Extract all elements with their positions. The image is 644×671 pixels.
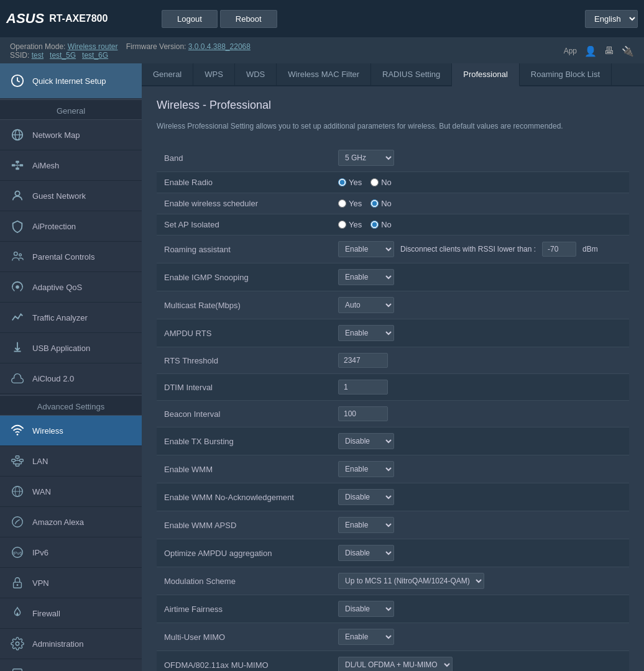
setting-select[interactable]: EnableDisable: [338, 629, 394, 645]
radio-option[interactable]: Yes: [338, 178, 362, 187]
setting-select[interactable]: EnableDisable: [338, 461, 394, 477]
tab-wds[interactable]: WDS: [235, 63, 277, 85]
sidebar-item-vpn[interactable]: VPN: [0, 568, 142, 598]
svg-rect-17: [16, 456, 19, 459]
header: ASUS RT-AXE7800 Logout Reboot English: [0, 0, 644, 39]
setting-control[interactable]: Auto125.56911121824364854: [331, 291, 629, 319]
setting-control[interactable]: DisableEnable: [331, 483, 629, 511]
sidebar-item-lan[interactable]: LAN: [0, 446, 142, 477]
setting-select[interactable]: Up to MCS 11 (NitroQAM/1024-QAM)Up to MC…: [338, 573, 484, 589]
settings-row: Enable TX BurstingDisableEnable: [157, 427, 629, 455]
sidebar-item-parental-controls[interactable]: Parental Controls: [0, 242, 142, 272]
sidebar-item-aimesh[interactable]: AiMesh: [0, 150, 142, 181]
sidebar-item-network-map[interactable]: Network Map: [0, 120, 142, 150]
sidebar-item-quick-internet-setup[interactable]: Quick Internet Setup: [0, 63, 142, 98]
ssid-2g[interactable]: test: [32, 51, 44, 60]
person-icon[interactable]: 👤: [584, 45, 597, 57]
setting-control[interactable]: DisableEnable: [331, 595, 629, 623]
tab-wps[interactable]: WPS: [193, 63, 235, 85]
setting-select[interactable]: 2.4 GHz5 GHz6 GHz: [338, 150, 394, 166]
setting-control[interactable]: EnableDisableDisconnect clients with RSS…: [331, 235, 629, 263]
firmware-label: Firmware Version:: [126, 42, 186, 51]
system-log-icon: [9, 665, 26, 671]
sidebar-item-aicloud[interactable]: AiCloud 2.0: [0, 363, 142, 394]
setting-control[interactable]: [331, 374, 629, 401]
setting-control[interactable]: YesNo: [331, 214, 629, 235]
setting-control[interactable]: EnableDisable: [331, 623, 629, 651]
sidebar-item-aiprotection[interactable]: AiProtection: [0, 211, 142, 242]
radio-option[interactable]: No: [370, 199, 392, 208]
quick-setup-icon: [9, 72, 26, 89]
setting-input[interactable]: [338, 406, 388, 421]
setting-control[interactable]: [331, 401, 629, 427]
setting-input[interactable]: [338, 380, 388, 395]
language-selector[interactable]: English: [585, 10, 638, 28]
svg-text:IPv6: IPv6: [13, 550, 22, 556]
setting-control[interactable]: EnableDisable: [331, 263, 629, 291]
setting-label: Enable WMM No-Acknowledgement: [157, 483, 331, 511]
tab-wireless-mac-filter[interactable]: Wireless MAC Filter: [277, 63, 371, 85]
setting-control[interactable]: Up to MCS 11 (NitroQAM/1024-QAM)Up to MC…: [331, 567, 629, 595]
language-select[interactable]: English: [585, 10, 638, 28]
setting-select[interactable]: DisableEnable: [338, 545, 394, 561]
sidebar-item-ipv6[interactable]: IPv6 IPv6: [0, 537, 142, 568]
setting-control[interactable]: DisableEnable: [331, 427, 629, 455]
tab-professional[interactable]: Professional: [452, 63, 520, 86]
usb-application-label: USB Application: [32, 344, 90, 353]
setting-control[interactable]: EnableDisable: [331, 511, 629, 539]
roaming-enable-select[interactable]: EnableDisable: [338, 241, 394, 257]
radio-option[interactable]: Yes: [338, 199, 362, 208]
sidebar-item-guest-network[interactable]: Guest Network: [0, 181, 142, 211]
ssid-5g[interactable]: test_5G: [50, 51, 76, 60]
setting-select[interactable]: EnableDisable: [338, 517, 394, 533]
radio-option[interactable]: No: [370, 220, 392, 229]
setting-control[interactable]: DisableEnable: [331, 539, 629, 567]
setting-select[interactable]: EnableDisable: [338, 269, 394, 285]
sidebar-item-wireless[interactable]: Wireless: [0, 416, 142, 446]
setting-label: Enable WMM: [157, 455, 331, 483]
sidebar-item-adaptive-qos[interactable]: Adaptive QoS: [0, 272, 142, 303]
setting-control[interactable]: [331, 347, 629, 374]
sidebar-item-amazon-alexa[interactable]: Amazon Alexa: [0, 507, 142, 537]
radio-option[interactable]: No: [370, 178, 392, 187]
sidebar-item-wan[interactable]: WAN: [0, 477, 142, 507]
operation-mode-value[interactable]: Wireless router: [68, 42, 118, 51]
svg-rect-7: [16, 168, 19, 170]
setting-select[interactable]: DisableEnable: [338, 489, 394, 505]
tab-roaming-block-list[interactable]: Roaming Block List: [520, 63, 612, 85]
logout-button[interactable]: Logout: [162, 10, 218, 28]
sidebar-item-firewall[interactable]: Firewall: [0, 598, 142, 629]
app-label: App: [564, 47, 577, 55]
setting-select[interactable]: DL/UL OFDMA + MU-MIMODisable: [338, 657, 453, 671]
settings-row: Band2.4 GHz5 GHz6 GHz: [157, 144, 629, 172]
roaming-rssi-input[interactable]: [542, 242, 576, 257]
setting-control[interactable]: EnableDisable: [331, 455, 629, 483]
setting-control[interactable]: YesNo: [331, 193, 629, 214]
radio-option[interactable]: Yes: [338, 220, 362, 229]
setting-label: Enable wireless scheduler: [157, 193, 331, 214]
ssid-6g[interactable]: test_6G: [82, 51, 108, 60]
reboot-button[interactable]: Reboot: [220, 10, 277, 28]
tab-general[interactable]: General: [142, 63, 193, 85]
setting-select[interactable]: Auto125.56911121824364854: [338, 297, 394, 313]
usb-icon[interactable]: 🔌: [622, 45, 634, 57]
setting-control[interactable]: 2.4 GHz5 GHz6 GHz: [331, 144, 629, 172]
setting-control[interactable]: DL/UL OFDMA + MU-MIMODisable: [331, 651, 629, 672]
sidebar-item-traffic-analyzer[interactable]: Traffic Analyzer: [0, 303, 142, 333]
tab-radius-setting[interactable]: RADIUS Setting: [371, 63, 452, 85]
wan-label: WAN: [32, 487, 51, 496]
setting-select[interactable]: DisableEnable: [338, 433, 394, 449]
setting-control[interactable]: YesNo: [331, 172, 629, 193]
setting-control[interactable]: EnableDisable: [331, 319, 629, 347]
monitor-icon[interactable]: 🖶: [604, 45, 614, 57]
setting-select[interactable]: EnableDisable: [338, 325, 394, 341]
sidebar-item-system-log[interactable]: System Log: [0, 659, 142, 671]
sidebar-item-usb-application[interactable]: USB Application: [0, 333, 142, 363]
setting-select[interactable]: DisableEnable: [338, 601, 394, 617]
setting-input[interactable]: [338, 353, 388, 368]
setting-label: Enable TX Bursting: [157, 427, 331, 455]
firmware-value[interactable]: 3.0.0.4.388_22068: [188, 42, 251, 51]
usb-application-icon: [9, 339, 26, 357]
wan-icon: [9, 483, 26, 500]
sidebar-item-administration[interactable]: Administration: [0, 629, 142, 659]
